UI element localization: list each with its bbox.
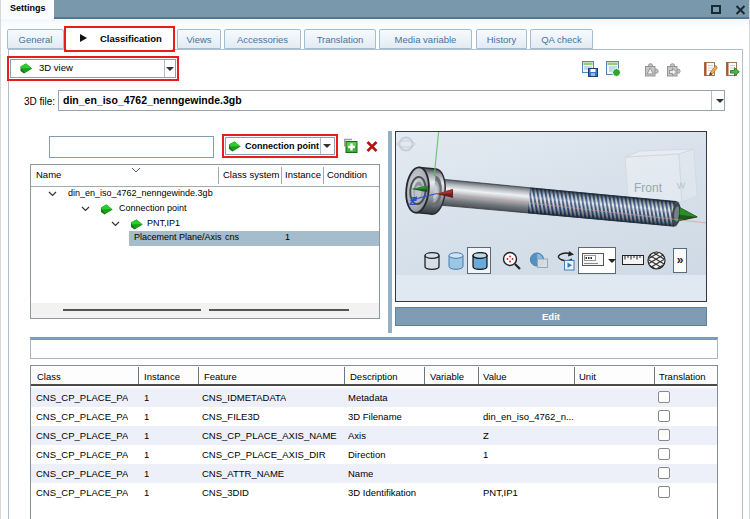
svg-text:W: W — [676, 180, 686, 191]
svg-text:Z: Z — [409, 195, 416, 207]
svg-text:Front: Front — [634, 181, 663, 195]
